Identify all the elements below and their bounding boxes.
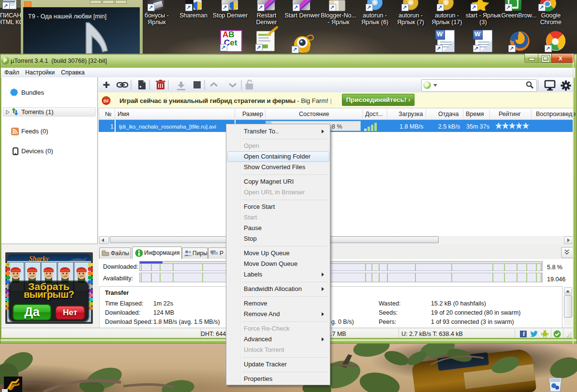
svg-text:BF: BF [104, 99, 109, 103]
